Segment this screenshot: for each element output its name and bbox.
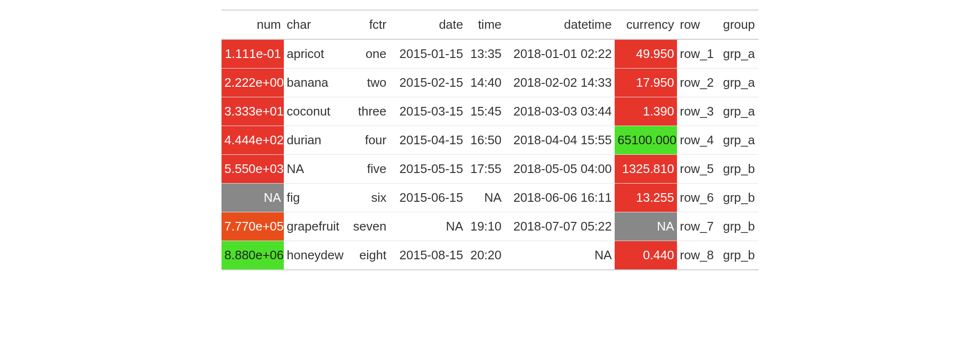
table-row: 8.880e+06honeydeweight2015-08-1520:20NA0… bbox=[222, 241, 758, 270]
cell-row: row_1 bbox=[677, 39, 720, 69]
cell-char: banana bbox=[284, 69, 346, 97]
cell-num: 5.550e+03 bbox=[222, 155, 284, 184]
col-header-num: num bbox=[222, 10, 284, 39]
cell-char: grapefruit bbox=[284, 212, 346, 241]
cell-fctr: four bbox=[346, 126, 389, 155]
cell-group: grp_b bbox=[720, 241, 758, 270]
col-header-date: date bbox=[389, 10, 466, 39]
cell-datetime: 2018-05-05 04:00 bbox=[504, 155, 615, 184]
cell-time: 19:10 bbox=[466, 212, 504, 241]
cell-group: grp_b bbox=[720, 212, 758, 241]
cell-time: NA bbox=[466, 184, 504, 212]
col-header-time: time bbox=[466, 10, 504, 39]
cell-currency: 65100.000 bbox=[615, 126, 677, 155]
cell-currency: 49.950 bbox=[615, 39, 677, 69]
table-body: 1.111e-01apricotone2015-01-1513:352018-0… bbox=[222, 39, 758, 270]
data-table: num char fctr date time datetime currenc… bbox=[222, 10, 758, 270]
col-header-char: char bbox=[284, 10, 346, 39]
table-row: 4.444e+02durianfour2015-04-1516:502018-0… bbox=[222, 126, 758, 155]
cell-date: 2015-01-15 bbox=[389, 39, 466, 69]
cell-date: 2015-05-15 bbox=[389, 155, 466, 184]
cell-char: fig bbox=[284, 184, 346, 212]
cell-datetime: 2018-07-07 05:22 bbox=[504, 212, 615, 241]
table-row: 1.111e-01apricotone2015-01-1513:352018-0… bbox=[222, 39, 758, 69]
cell-num: 2.222e+00 bbox=[222, 69, 284, 97]
cell-group: grp_a bbox=[720, 39, 758, 69]
cell-datetime: 2018-04-04 15:55 bbox=[504, 126, 615, 155]
cell-currency: 1325.810 bbox=[615, 155, 677, 184]
table-row: NAfigsix2015-06-15NA2018-06-06 16:1113.2… bbox=[222, 184, 758, 212]
cell-char: durian bbox=[284, 126, 346, 155]
cell-currency: NA bbox=[615, 212, 677, 241]
cell-char: honeydew bbox=[284, 241, 346, 270]
cell-row: row_8 bbox=[677, 241, 720, 270]
cell-datetime: 2018-02-02 14:33 bbox=[504, 69, 615, 97]
cell-fctr: six bbox=[346, 184, 389, 212]
cell-time: 13:35 bbox=[466, 39, 504, 69]
cell-fctr: five bbox=[346, 155, 389, 184]
cell-currency: 17.950 bbox=[615, 69, 677, 97]
cell-fctr: three bbox=[346, 97, 389, 126]
cell-row: row_4 bbox=[677, 126, 720, 155]
cell-date: 2015-04-15 bbox=[389, 126, 466, 155]
cell-date: 2015-03-15 bbox=[389, 97, 466, 126]
cell-datetime: 2018-03-03 03:44 bbox=[504, 97, 615, 126]
cell-row: row_2 bbox=[677, 69, 720, 97]
col-header-fctr: fctr bbox=[346, 10, 389, 39]
col-header-currency: currency bbox=[615, 10, 677, 39]
col-header-row: row bbox=[677, 10, 720, 39]
table-row: 5.550e+03NAfive2015-05-1517:552018-05-05… bbox=[222, 155, 758, 184]
cell-num: 3.333e+01 bbox=[222, 97, 284, 126]
col-header-group: group bbox=[720, 10, 758, 39]
cell-num: NA bbox=[222, 184, 284, 212]
cell-date: 2015-08-15 bbox=[389, 241, 466, 270]
cell-row: row_7 bbox=[677, 212, 720, 241]
table-header-row: num char fctr date time datetime currenc… bbox=[222, 10, 758, 39]
cell-time: 17:55 bbox=[466, 155, 504, 184]
cell-time: 20:20 bbox=[466, 241, 504, 270]
table-row: 7.770e+05grapefruitsevenNA19:102018-07-0… bbox=[222, 212, 758, 241]
cell-datetime: NA bbox=[504, 241, 615, 270]
cell-time: 15:45 bbox=[466, 97, 504, 126]
cell-num: 8.880e+06 bbox=[222, 241, 284, 270]
cell-row: row_3 bbox=[677, 97, 720, 126]
cell-fctr: seven bbox=[346, 212, 389, 241]
cell-num: 4.444e+02 bbox=[222, 126, 284, 155]
cell-date: 2015-06-15 bbox=[389, 184, 466, 212]
cell-group: grp_a bbox=[720, 126, 758, 155]
cell-datetime: 2018-06-06 16:11 bbox=[504, 184, 615, 212]
cell-fctr: eight bbox=[346, 241, 389, 270]
cell-group: grp_b bbox=[720, 155, 758, 184]
table-row: 3.333e+01coconutthree2015-03-1515:452018… bbox=[222, 97, 758, 126]
cell-currency: 0.440 bbox=[615, 241, 677, 270]
table-row: 2.222e+00bananatwo2015-02-1514:402018-02… bbox=[222, 69, 758, 97]
cell-time: 16:50 bbox=[466, 126, 504, 155]
cell-group: grp_a bbox=[720, 97, 758, 126]
cell-fctr: two bbox=[346, 69, 389, 97]
cell-num: 1.111e-01 bbox=[222, 39, 284, 69]
cell-fctr: one bbox=[346, 39, 389, 69]
cell-char: NA bbox=[284, 155, 346, 184]
cell-num: 7.770e+05 bbox=[222, 212, 284, 241]
cell-char: apricot bbox=[284, 39, 346, 69]
cell-row: row_6 bbox=[677, 184, 720, 212]
col-header-datetime: datetime bbox=[504, 10, 615, 39]
cell-group: grp_b bbox=[720, 184, 758, 212]
cell-date: NA bbox=[389, 212, 466, 241]
cell-datetime: 2018-01-01 02:22 bbox=[504, 39, 615, 69]
cell-char: coconut bbox=[284, 97, 346, 126]
cell-currency: 1.390 bbox=[615, 97, 677, 126]
cell-currency: 13.255 bbox=[615, 184, 677, 212]
cell-date: 2015-02-15 bbox=[389, 69, 466, 97]
cell-group: grp_a bbox=[720, 69, 758, 97]
cell-row: row_5 bbox=[677, 155, 720, 184]
cell-time: 14:40 bbox=[466, 69, 504, 97]
